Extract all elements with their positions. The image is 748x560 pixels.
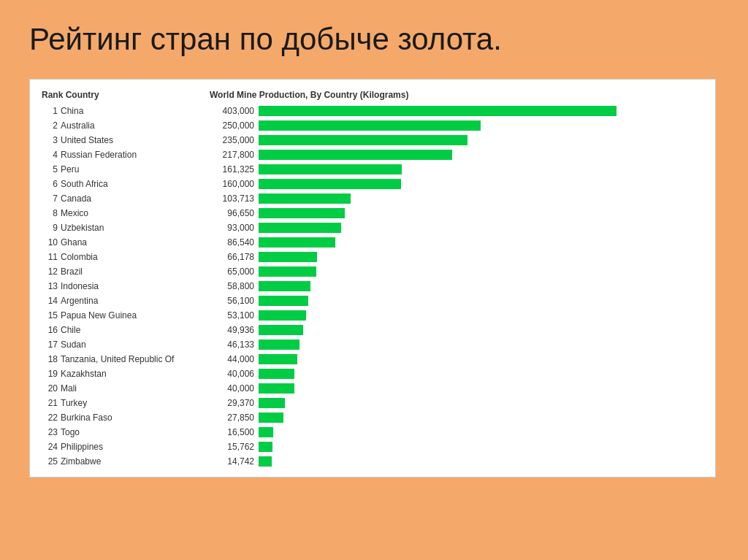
- rank-cell: 25: [42, 456, 58, 467]
- value-bar-container: 58,800: [207, 281, 703, 291]
- value-label: 103,713: [207, 193, 254, 204]
- value-bar-container: 161,325: [207, 164, 703, 174]
- country-cell: Mexico: [61, 208, 207, 218]
- rank-cell: 14: [42, 296, 58, 306]
- rank-cell: 6: [42, 179, 58, 189]
- bar: [259, 296, 308, 306]
- table-row: 22 Burkina Faso 27,850: [42, 411, 703, 424]
- bar: [259, 223, 341, 233]
- bar: [259, 252, 317, 262]
- value-label: 27,850: [207, 413, 254, 423]
- bar: [259, 237, 335, 248]
- rank-cell: 10: [42, 237, 58, 248]
- value-bar-container: 46,133: [207, 340, 703, 350]
- country-cell: Argentina: [61, 296, 207, 306]
- rank-cell: 7: [42, 193, 58, 204]
- rank-cell: 20: [42, 383, 58, 394]
- rank-cell: 12: [42, 266, 58, 277]
- table-row: 19 Kazakhstan 40,006: [42, 367, 703, 380]
- table-row: 15 Papua New Guinea 53,100: [42, 309, 703, 322]
- bar: [259, 369, 294, 379]
- country-cell: Papua New Guinea: [61, 310, 207, 321]
- country-cell: Colombia: [61, 252, 207, 262]
- rank-cell: 4: [42, 150, 58, 160]
- rank-cell: 11: [42, 252, 58, 262]
- value-bar-container: 103,713: [207, 193, 703, 204]
- value-bar-container: 65,000: [207, 266, 703, 277]
- rank-cell: 15: [42, 310, 58, 321]
- value-label: 86,540: [207, 237, 254, 248]
- value-label: 66,178: [207, 252, 254, 262]
- value-bar-container: 49,936: [207, 325, 703, 335]
- rank-cell: 5: [42, 164, 58, 174]
- table-row: 5 Peru 161,325: [42, 163, 703, 176]
- table-row: 24 Philippines 15,762: [42, 440, 703, 453]
- table-row: 6 South Africa 160,000: [42, 177, 703, 191]
- value-label: 40,006: [207, 369, 254, 379]
- value-bar-container: 29,370: [207, 398, 703, 408]
- country-cell: Peru: [61, 164, 207, 174]
- chart-header: Rank Country World Mine Production, By C…: [42, 90, 703, 100]
- value-label: 65,000: [207, 266, 254, 277]
- rank-cell: 19: [42, 369, 58, 379]
- value-label: 44,000: [207, 354, 254, 364]
- country-cell: Tanzania, United Republic Of: [61, 354, 207, 364]
- bar: [259, 150, 452, 160]
- value-bar-container: 93,000: [207, 223, 703, 233]
- value-bar-container: 40,000: [207, 383, 703, 394]
- rank-cell: 23: [42, 427, 58, 437]
- country-cell: Chile: [61, 325, 207, 335]
- bar: [259, 310, 306, 321]
- bar: [259, 208, 345, 218]
- rank-cell: 3: [42, 135, 58, 145]
- country-cell: South Africa: [61, 179, 207, 189]
- value-label: 16,500: [207, 427, 254, 437]
- bar: [259, 383, 294, 394]
- rank-cell: 24: [42, 442, 58, 452]
- country-cell: Kazakhstan: [61, 369, 207, 379]
- table-row: 17 Sudan 46,133: [42, 338, 703, 351]
- value-bar-container: 96,650: [207, 208, 703, 218]
- value-label: 217,800: [207, 150, 254, 160]
- value-bar-container: 250,000: [207, 120, 703, 131]
- bar: [259, 442, 272, 452]
- table-row: 16 Chile 49,936: [42, 323, 703, 337]
- value-label: 96,650: [207, 208, 254, 218]
- bar: [259, 164, 402, 174]
- value-bar-container: 53,100: [207, 310, 703, 321]
- table-row: 9 Uzbekistan 93,000: [42, 221, 703, 234]
- value-label: 15,762: [207, 442, 254, 452]
- value-label: 40,000: [207, 383, 254, 394]
- value-label: 46,133: [207, 340, 254, 350]
- value-bar-container: 86,540: [207, 237, 703, 248]
- rank-cell: 13: [42, 281, 58, 291]
- chart-rows: 1 China 403,000 2 Australia 250,000 3 Un…: [42, 104, 703, 468]
- table-row: 11 Colombia 66,178: [42, 250, 703, 264]
- bar: [259, 340, 299, 350]
- value-bar-container: 403,000: [207, 106, 703, 116]
- table-row: 10 Ghana 86,540: [42, 236, 703, 249]
- value-label: 235,000: [207, 135, 254, 145]
- bar: [259, 456, 272, 467]
- rank-cell: 22: [42, 413, 58, 423]
- value-label: 250,000: [207, 120, 254, 131]
- value-label: 49,936: [207, 325, 254, 335]
- table-row: 21 Turkey 29,370: [42, 396, 703, 410]
- table-row: 13 Indonesia 58,800: [42, 280, 703, 293]
- bar: [259, 193, 351, 204]
- country-cell: Philippines: [61, 442, 207, 452]
- country-cell: United States: [61, 135, 207, 145]
- rank-cell: 21: [42, 398, 58, 408]
- chart-container: Rank Country World Mine Production, By C…: [29, 79, 716, 477]
- rank-cell: 8: [42, 208, 58, 218]
- table-row: 1 China 403,000: [42, 104, 703, 118]
- country-cell: Ghana: [61, 237, 207, 248]
- table-row: 8 Mexico 96,650: [42, 207, 703, 220]
- country-cell: Sudan: [61, 340, 207, 350]
- table-row: 18 Tanzania, United Republic Of 44,000: [42, 353, 703, 366]
- bar: [259, 281, 310, 291]
- rank-cell: 18: [42, 354, 58, 364]
- country-cell: Brazil: [61, 266, 207, 277]
- value-bar-container: 235,000: [207, 135, 703, 145]
- value-bar-container: 160,000: [207, 179, 703, 189]
